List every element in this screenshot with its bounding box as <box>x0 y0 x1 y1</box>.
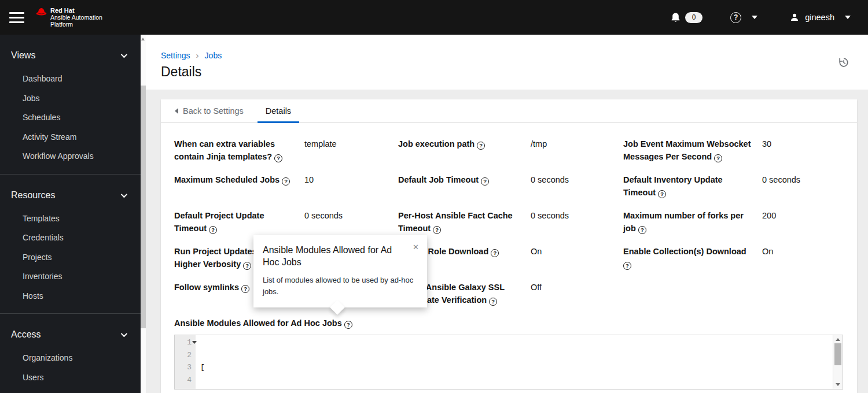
scroll-up-arrow-icon[interactable] <box>836 338 840 341</box>
line-number: 4 <box>175 374 196 387</box>
popover-body: List of modules allowed to be used by ad… <box>263 275 418 298</box>
detail-value: 0 seconds <box>531 209 623 245</box>
tab-back-to-settings[interactable]: Back to Settings <box>171 99 247 123</box>
breadcrumb: Settings › Jobs <box>161 50 868 60</box>
detail-value: 10 <box>304 173 398 209</box>
detail-label-websocket-messages: Job Event Maximum Websocket Messages Per… <box>623 138 762 173</box>
help-icon[interactable]: ? <box>714 154 722 162</box>
detail-value: 200 <box>762 209 844 245</box>
sidebar-section-views[interactable]: Views <box>0 47 141 64</box>
help-popover: Ansible Modules Allowed for Ad Hoc Jobs … <box>253 235 427 307</box>
chevron-down-icon <box>121 191 127 197</box>
code-editor-gutter: 1 2 3 4 5 <box>175 335 196 389</box>
detail-label-default-inventory-update-timeout: Default Inventory Update Timeout ? <box>623 173 762 209</box>
sidebar-item-credentials[interactable]: Credentials <box>0 228 141 248</box>
sidebar-item-activity-stream[interactable]: Activity Stream <box>0 128 141 147</box>
help-icon[interactable]: ? <box>491 249 499 257</box>
help-icon[interactable]: ? <box>481 177 489 186</box>
notifications-bell-icon[interactable] <box>671 12 681 23</box>
help-icon[interactable]: ? <box>658 190 666 198</box>
scroll-down-arrow-icon[interactable] <box>836 383 840 386</box>
sidebar-nav: Views Dashboard Jobs Schedules Activity … <box>0 35 141 393</box>
sidebar-item-hosts[interactable]: Hosts <box>0 287 141 306</box>
sidebar-item-workflow-approvals[interactable]: Workflow Approvals <box>0 147 141 166</box>
page-header: Settings › Jobs Details <box>146 35 868 90</box>
help-menu[interactable]: ? <box>730 12 757 23</box>
detail-label-default-job-timeout: Default Job Timeout ? <box>398 173 531 209</box>
sidebar-scrollbar[interactable] <box>141 35 146 393</box>
sidebar-item-schedules[interactable]: Schedules <box>0 108 141 128</box>
chevron-down-icon[interactable] <box>845 16 851 19</box>
line-number: 3 <box>175 361 196 374</box>
detail-label-ad-hoc-modules: Ansible Modules Allowed for Ad Hoc Jobs … <box>174 317 857 329</box>
help-icon[interactable]: ? <box>241 285 249 293</box>
sidebar-item-projects[interactable]: Projects <box>0 248 141 268</box>
brand-product-line2: Platform <box>50 21 102 28</box>
popover-title: Ansible Modules Allowed for Ad Hoc Jobs <box>263 244 406 268</box>
sidebar-item-organizations[interactable]: Organizations <box>0 348 141 368</box>
history-button[interactable] <box>838 57 849 71</box>
help-icon[interactable]: ? <box>477 142 485 150</box>
redhat-ansible-logo: Red Hat Ansible Automation Platform <box>36 7 102 28</box>
detail-value: 30 <box>762 138 844 173</box>
breadcrumb-link-jobs[interactable]: Jobs <box>205 51 222 60</box>
sidebar-item-teams[interactable]: Teams <box>0 387 141 393</box>
code-editor-scrollbar[interactable] <box>833 335 843 389</box>
help-icon[interactable]: ? <box>433 226 441 234</box>
code-editor[interactable]: 1 2 3 4 5 [ "command", "shell", "yum", "… <box>174 335 843 390</box>
user-menu[interactable]: gineesh <box>790 13 851 22</box>
redhat-hat-icon <box>36 7 47 16</box>
section-label: Views <box>11 50 35 61</box>
caret-left-icon <box>175 108 178 114</box>
sidebar-item-users[interactable]: Users <box>0 368 141 388</box>
detail-label-extra-vars-jinja: When can extra variables contain Jinja t… <box>174 138 304 173</box>
chevron-down-icon[interactable] <box>752 16 757 19</box>
detail-value: /tmp <box>531 138 623 173</box>
scrollbar-thumb[interactable] <box>141 86 146 328</box>
tab-details[interactable]: Details <box>258 99 299 123</box>
notification-count-badge[interactable]: 0 <box>685 12 703 23</box>
sidebar-item-templates[interactable]: Templates <box>0 209 141 229</box>
chevron-down-icon <box>121 331 127 337</box>
sidebar-section-resources[interactable]: Resources <box>0 187 141 204</box>
scrollbar-thumb[interactable] <box>834 343 841 365</box>
line-number: 2 <box>175 349 196 362</box>
help-icon[interactable]: ? <box>243 262 251 270</box>
page-title: Details <box>161 64 868 80</box>
sidebar-section-access[interactable]: Access <box>0 326 141 343</box>
section-label: Resources <box>11 190 55 201</box>
detail-label-enable-collections-download: Enable Collection(s) Download ? <box>623 245 762 281</box>
nav-toggle-hamburger-icon[interactable] <box>9 12 24 23</box>
masthead: Red Hat Ansible Automation Platform 0 ? … <box>0 0 868 35</box>
sidebar-divider <box>0 313 141 314</box>
sidebar-divider <box>0 174 141 175</box>
line-number: 1 <box>175 336 196 349</box>
sidebar-item-jobs[interactable]: Jobs <box>0 89 141 109</box>
help-icon[interactable]: ? <box>282 177 290 186</box>
user-icon <box>790 13 799 22</box>
username-label: gineesh <box>805 13 834 22</box>
help-icon[interactable]: ? <box>638 226 646 234</box>
code-editor-content[interactable]: [ "command", "shell", "yum", "apt", <box>196 335 833 390</box>
sidebar-item-inventories[interactable]: Inventories <box>0 267 141 287</box>
chevron-down-icon <box>121 51 127 58</box>
detail-label-max-forks: Maximum number of forks per job ? <box>623 209 762 245</box>
detail-value: 0 seconds <box>531 173 623 209</box>
help-icon[interactable]: ? <box>209 226 217 234</box>
detail-value: Off <box>531 281 623 317</box>
tab-back-label: Back to Settings <box>183 106 244 116</box>
brand-product-line1: Ansible Automation <box>50 14 102 21</box>
breadcrumb-link-settings[interactable]: Settings <box>161 51 190 60</box>
history-icon <box>838 57 849 68</box>
help-icon[interactable]: ? <box>489 298 497 306</box>
help-icon[interactable]: ? <box>274 154 282 162</box>
help-icon[interactable]: ? <box>623 262 631 270</box>
close-icon[interactable]: ✕ <box>413 243 419 251</box>
main-content: Settings › Jobs Details Back to Settings… <box>146 35 868 393</box>
detail-value: 0 seconds <box>762 173 844 209</box>
help-icon[interactable]: ? <box>730 12 741 23</box>
sidebar-item-dashboard[interactable]: Dashboard <box>0 69 141 89</box>
help-icon[interactable]: ? <box>344 321 352 329</box>
tab-bar: Back to Settings Details <box>161 99 857 123</box>
scroll-up-arrow-icon[interactable] <box>141 38 145 40</box>
